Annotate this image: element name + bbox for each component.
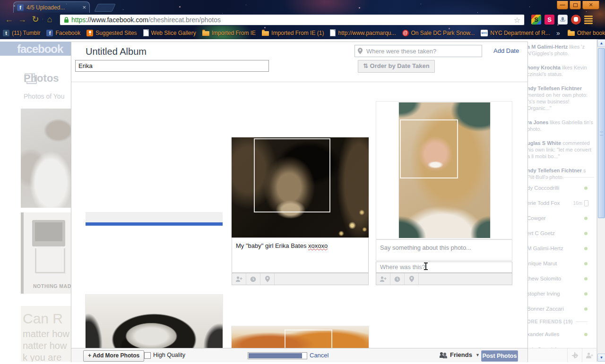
new-tab-button[interactable] — [94, 4, 116, 12]
chat-friend-row: erie Todd Fox16m — [527, 195, 594, 211]
bookmark-item[interactable]: t(11) Tumblr — [3, 30, 40, 36]
bookmark-item[interactable]: Suggested Sites — [86, 30, 137, 36]
tag-people-button[interactable] — [376, 273, 390, 285]
url-path: /cheshirecat.bren/photos — [148, 16, 514, 24]
facebook-header-bar: facebook — [0, 42, 71, 56]
bulb-icon — [86, 30, 93, 36]
back-button[interactable]: ← — [3, 14, 15, 26]
photo-caption-editor[interactable]: Say something about this photo... — [376, 239, 512, 261]
url-bar[interactable]: https://www.facebook.com/cheshirecat.bre… — [60, 14, 525, 25]
other-bookmarks-folder[interactable]: Other bookmarks — [568, 30, 605, 36]
upload-progress-fill — [249, 353, 302, 358]
online-dot-icon — [584, 292, 588, 296]
add-person-icon: + — [586, 353, 593, 358]
bookmark-item[interactable]: fFacebook — [46, 30, 80, 36]
bookmark-item[interactable]: @On Sale DC Park Snow... — [402, 30, 475, 36]
bookmark-label: Imported From IE — [212, 30, 256, 36]
chat-add-friend-button: + — [582, 348, 596, 362]
bookmarks-overflow-chevron[interactable]: » — [556, 29, 560, 37]
bookmark-item[interactable]: NYCNYC Department of R... — [481, 30, 550, 36]
ticker-feed: a M Galimi-Hertz likes 'z N'Giggles's ph… — [527, 43, 594, 188]
caption-misspelled-word: xoxoxo — [308, 242, 328, 249]
extension-s-pink-icon[interactable]: S — [544, 15, 554, 25]
window-controls: — ✕ — [555, 1, 599, 9]
extension-s-colorful-icon[interactable]: S — [531, 15, 541, 25]
browser-tab[interactable]: f 4/5 Uploaded... × — [13, 1, 90, 13]
photo-caption-editor[interactable]: My "baby" girl Erika Bates xoxoxo — [232, 237, 369, 273]
browser-chrome: f 4/5 Uploaded... × — ✕ ← → ↻ ⌂ https://… — [0, 0, 605, 39]
add-location-button[interactable] — [260, 273, 275, 285]
page-icon — [143, 29, 149, 36]
window-restore-button[interactable] — [570, 1, 581, 9]
forward-button[interactable]: → — [16, 14, 28, 26]
tab-title: 4/5 Uploaded... — [26, 4, 79, 11]
background-photo-quote: Can R matter how natter how k you are — [21, 306, 71, 362]
add-date-button[interactable] — [390, 273, 405, 285]
scrollbar-thumb[interactable] — [598, 48, 605, 218]
tag-person-icon — [380, 276, 387, 282]
upload-album-modal: Untitled Album Add Date ⇅ Order by Date … — [71, 42, 528, 362]
online-dot-icon — [584, 247, 588, 250]
add-more-photos-button[interactable]: + Add More Photos — [83, 350, 144, 362]
cancel-upload-link[interactable]: Cancel — [310, 352, 328, 359]
chat-friend-row: ert C Goetz — [527, 226, 594, 241]
window-close-button[interactable]: ✕ — [582, 1, 599, 9]
bookmark-item[interactable]: Web Slice Gallery — [143, 29, 196, 36]
photo-location-input[interactable] — [377, 263, 510, 271]
chat-friend-row: Cowger — [527, 211, 594, 226]
text-cursor-icon — [424, 262, 428, 270]
clock-icon — [394, 276, 400, 282]
online-dot-icon — [584, 217, 588, 220]
home-button[interactable]: ⌂ — [43, 14, 56, 26]
background-photo-caption: NOTHING MAD — [33, 283, 71, 289]
reload-button[interactable]: ↻ — [29, 14, 42, 26]
high-quality-checkbox[interactable] — [144, 352, 151, 359]
page-scrollbar[interactable]: ▲ ▼ — [597, 39, 605, 362]
photo-blonde-girl — [399, 102, 490, 238]
tag-people-button[interactable] — [232, 273, 246, 285]
bookmark-item[interactable]: Imported From IE — [202, 30, 256, 36]
online-dot-icon — [584, 307, 588, 311]
photo-action-bar — [232, 273, 369, 285]
bookmark-item[interactable]: Imported From IE (1) — [262, 30, 324, 36]
bookmark-label: (11) Tumblr — [12, 30, 40, 36]
window-minimize-button[interactable]: — — [557, 1, 568, 9]
album-location-field[interactable] — [354, 45, 482, 57]
online-dot-icon — [584, 262, 588, 265]
scrollbar-down-arrow-icon[interactable]: ▼ — [597, 354, 605, 362]
location-pin-icon — [265, 276, 270, 282]
bookmark-label: Suggested Sites — [95, 30, 137, 36]
ticker-story: ra Jones likes Gabriella tin's photo. — [527, 119, 594, 132]
bookmarks-bar: t(11) TumblrfFacebookSuggested SitesWeb … — [0, 26, 605, 39]
bookmark-star-icon[interactable]: ☆ — [514, 16, 520, 25]
chat-friend-row: xander Aviles — [527, 327, 594, 342]
order-icon: ⇅ — [363, 62, 368, 69]
facebook-favicon-icon: f — [17, 4, 24, 11]
uploading-photo-placeholder — [86, 212, 223, 222]
extension-stop-hand-icon[interactable] — [571, 15, 581, 25]
audience-selector[interactable]: Friends ▼ — [440, 351, 480, 358]
page-icon — [330, 29, 336, 36]
mobile-icon — [584, 200, 588, 206]
modal-footer: + Add More Photos High Quality Cancel Fr… — [71, 348, 527, 362]
https-padlock-icon — [64, 17, 69, 23]
album-location-input[interactable] — [365, 47, 480, 55]
photo-location-field[interactable] — [376, 262, 512, 273]
post-photos-button[interactable]: Post Photos — [481, 350, 518, 362]
extension-voice-icon[interactable] — [558, 15, 568, 25]
high-quality-label: High Quality — [153, 352, 185, 358]
face-detection-box — [254, 138, 330, 212]
bookmark-label: Facebook — [55, 30, 80, 36]
ticker-story: ndy Tellefsen Fichtner mented on her own… — [527, 85, 594, 111]
bookmark-item[interactable]: http://www.pacmarqu... — [330, 29, 396, 36]
tab-close-icon[interactable]: × — [82, 4, 86, 11]
add-date-link[interactable]: Add Date — [493, 47, 519, 54]
add-location-button[interactable] — [405, 273, 419, 285]
online-dot-icon — [584, 277, 588, 280]
scrollbar-up-arrow-icon[interactable]: ▲ — [597, 39, 605, 47]
order-by-date-button[interactable]: ⇅ Order by Date Taken — [358, 60, 435, 73]
chat-friend-row: Bonner Zaccari — [527, 301, 594, 316]
add-date-button[interactable] — [246, 273, 260, 285]
album-name-input[interactable] — [75, 60, 269, 72]
chrome-menu-icon[interactable] — [584, 16, 593, 23]
